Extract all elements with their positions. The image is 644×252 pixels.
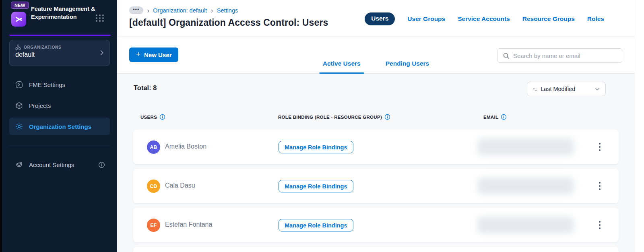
organizations-label: ORGANIZATIONS: [24, 45, 62, 50]
sidebar-item-account-settings[interactable]: Account Settings: [9, 156, 110, 174]
tab-roles[interactable]: Roles: [587, 15, 604, 23]
sort-arrows-icon: ↑↓: [533, 86, 537, 92]
tab-service-accounts[interactable]: Service Accounts: [458, 15, 510, 23]
table-row-partial: [133, 247, 619, 252]
org-hierarchy-icon: [15, 44, 21, 50]
sidebar-item-label: FME Settings: [29, 81, 65, 88]
sidebar-divider: [9, 146, 110, 146]
layers-gear-icon: [14, 161, 23, 169]
sidebar-item-label: Account Settings: [29, 161, 74, 168]
users-content: Total: 8 ↑↓ Last Modified USERS: [117, 74, 635, 252]
table-row: EF Estefan Fontana Manage Role Bindings: [133, 208, 619, 242]
tab-users[interactable]: Users: [365, 12, 395, 25]
avatar: AB: [147, 140, 160, 154]
sidebar-item-label: Projects: [29, 102, 51, 109]
sidebar-item-label: Organization Settings: [29, 123, 91, 130]
sidebar-item-organization-settings[interactable]: Organization Settings: [9, 118, 110, 135]
manage-role-bindings-button[interactable]: Manage Role Bindings: [279, 219, 353, 231]
new-user-label: New User: [144, 52, 171, 58]
user-state-tabs: Active Users Pending Users: [320, 60, 432, 74]
brand-accent-rule: [9, 35, 111, 36]
user-name: Cala Dasu: [165, 182, 195, 189]
page-title: [default] Organization Access Control: U…: [129, 17, 328, 28]
app-screen: NEW Feature Management & Experimentation: [0, 0, 644, 252]
product-title: Feature Management & Experimentation: [31, 5, 96, 21]
info-icon[interactable]: [159, 114, 165, 120]
sidebar-item-fme-settings[interactable]: FME Settings: [9, 76, 110, 93]
column-header-users: USERS: [140, 114, 165, 120]
tab-pending-users[interactable]: Pending Users: [382, 60, 433, 74]
page-header: ••• › Organization: default › Settings […: [117, 0, 635, 37]
row-menu-icon[interactable]: [594, 179, 605, 193]
chevron-right-icon: [99, 50, 105, 57]
info-icon[interactable]: [501, 114, 507, 120]
new-user-button[interactable]: + New User: [129, 48, 178, 62]
user-name: Amelia Boston: [165, 143, 206, 150]
avatar: CD: [147, 180, 160, 193]
search-icon: [503, 52, 510, 59]
new-badge: NEW: [11, 2, 29, 9]
column-header-role-binding: ROLE BINDING (ROLE - RESOURCE GROUP): [278, 114, 390, 120]
main-area: ••• › Organization: default › Settings […: [117, 0, 635, 252]
tab-resource-groups[interactable]: Resource Groups: [522, 15, 575, 23]
tab-active-users[interactable]: Active Users: [320, 60, 364, 74]
sidebar: NEW Feature Management & Experimentation: [2, 0, 117, 252]
organization-value: default: [15, 51, 104, 58]
tab-user-groups[interactable]: User Groups: [407, 15, 445, 23]
table-header-row: USERS ROLE BINDING (ROLE - RESOURCE GROU…: [117, 114, 635, 122]
right-gutter: [635, 0, 644, 252]
chevron-down-icon: [594, 86, 600, 92]
plus-icon: +: [136, 50, 140, 59]
sidebar-nav: FME Settings Projects Or: [2, 75, 117, 177]
row-menu-icon[interactable]: [594, 140, 605, 154]
redacted-email: [477, 178, 574, 194]
split-logo-icon[interactable]: [11, 12, 26, 27]
gear-icon: [14, 122, 23, 131]
search-input[interactable]: [513, 52, 617, 59]
sort-dropdown[interactable]: ↑↓ Last Modified: [527, 82, 606, 96]
sort-value: Last Modified: [541, 86, 590, 92]
breadcrumb-link-settings[interactable]: Settings: [217, 7, 238, 14]
column-header-email: EMAIL: [483, 114, 507, 120]
manage-role-bindings-button[interactable]: Manage Role Bindings: [279, 141, 353, 153]
user-name: Estefan Fontana: [165, 221, 212, 228]
fme-logo-icon: [14, 81, 23, 89]
table-row: AB Amelia Boston Manage Role Bindings: [133, 130, 619, 164]
breadcrumb-ellipsis-button[interactable]: •••: [129, 6, 143, 14]
info-icon[interactable]: [384, 114, 390, 120]
row-menu-icon[interactable]: [594, 218, 605, 232]
toolbar: + New User Active Users Pending Users: [117, 37, 635, 74]
sidebar-item-projects[interactable]: Projects: [9, 97, 110, 114]
manage-role-bindings-button[interactable]: Manage Role Bindings: [279, 180, 353, 192]
organization-selector[interactable]: ORGANIZATIONS default: [9, 40, 110, 66]
breadcrumb-link-organization[interactable]: Organization: default: [153, 7, 207, 14]
search-box: [497, 48, 622, 63]
chevron-right-icon: ›: [147, 6, 149, 14]
info-icon[interactable]: [98, 161, 105, 168]
redacted-email: [477, 217, 574, 233]
access-control-tabs: Users User Groups Service Accounts Resou…: [365, 12, 604, 25]
breadcrumb: ••• › Organization: default › Settings: [129, 6, 238, 14]
total-count: Total: 8: [134, 84, 157, 92]
table-row: CD Cala Dasu Manage Role Bindings: [133, 169, 619, 203]
avatar: EF: [147, 219, 160, 232]
redacted-email: [477, 138, 574, 155]
chevron-right-icon: ›: [211, 6, 213, 14]
app-switcher-icon[interactable]: [96, 14, 104, 22]
cube-icon: [14, 101, 23, 110]
